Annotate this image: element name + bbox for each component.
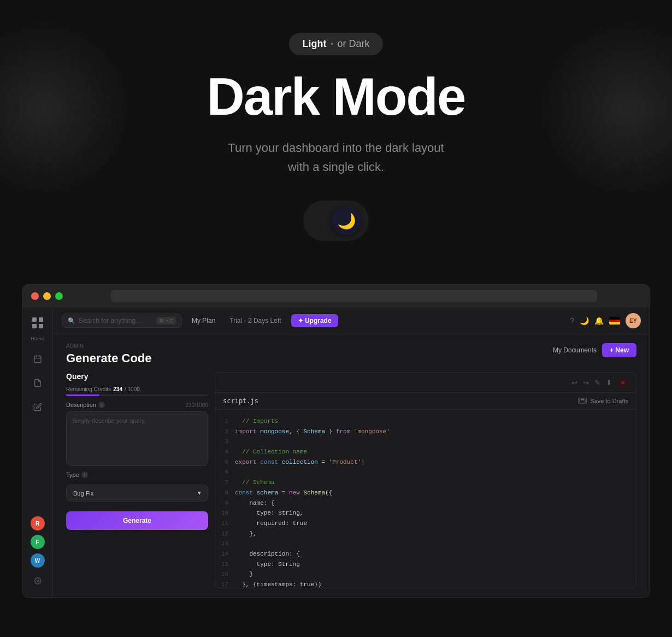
code-line-11: 11 required: true bbox=[215, 518, 636, 529]
code-line-9: 9 name: { bbox=[215, 498, 636, 509]
description-info-icon[interactable]: i bbox=[98, 402, 105, 408]
credits-total: / 1000. bbox=[125, 386, 142, 392]
code-content: 1 // Imports 2 import mongoose, { Schema… bbox=[215, 410, 636, 588]
mode-toggle-pill[interactable]: Light • or Dark bbox=[289, 33, 382, 55]
save-icon bbox=[578, 398, 587, 404]
svg-rect-3 bbox=[39, 324, 43, 328]
code-line-14: 14 description: { bbox=[215, 549, 636, 559]
type-label: Type i bbox=[66, 471, 208, 478]
save-drafts-button[interactable]: Save to Drafts bbox=[578, 398, 628, 404]
breadcrumb: ADMIN bbox=[66, 343, 152, 349]
search-placeholder: Search for anything... bbox=[79, 317, 141, 325]
delete-icon[interactable]: ✕ bbox=[617, 377, 628, 388]
moon-icon: 🌙 bbox=[337, 212, 356, 230]
svg-rect-0 bbox=[32, 317, 37, 322]
description-textarea[interactable]: Simply describe your query. bbox=[66, 411, 208, 466]
code-line-10: 10 type: String, bbox=[215, 508, 636, 518]
code-line-3: 3 bbox=[215, 437, 636, 447]
code-filename: script.js bbox=[223, 397, 258, 405]
save-drafts-label: Save to Drafts bbox=[590, 398, 628, 404]
sidebar-avatar-w[interactable]: W bbox=[31, 553, 45, 568]
bg-circle-left bbox=[0, 22, 131, 197]
code-line-12: 12 }, bbox=[215, 529, 636, 539]
chevron-down-icon: ▾ bbox=[198, 489, 201, 497]
bell-icon[interactable]: 🔔 bbox=[594, 316, 604, 325]
svg-rect-4 bbox=[34, 356, 41, 363]
hero-section: Light • or Dark Dark Mode Turn your dash… bbox=[0, 0, 672, 284]
page-header-right: My Documents + New bbox=[553, 343, 636, 357]
query-panel-title: Query bbox=[66, 372, 208, 381]
upgrade-button[interactable]: ✦ Upgrade bbox=[291, 314, 338, 327]
code-line-1: 1 // Imports bbox=[215, 416, 636, 427]
dashboard-body: Home R F W bbox=[22, 308, 650, 597]
code-line-5: 5 export const collection = 'Product'| bbox=[215, 457, 636, 468]
hero-subtitle: Turn your dashboard into the dark layout… bbox=[228, 138, 444, 176]
sidebar: Home R F W bbox=[22, 308, 53, 597]
window-bar bbox=[22, 285, 650, 308]
search-shortcut: ⌘ + C bbox=[156, 317, 176, 325]
description-label: Description i bbox=[66, 402, 105, 408]
credits-prefix: Remaining Credits bbox=[66, 386, 111, 392]
code-file-bar: script.js Save to Drafts bbox=[215, 393, 636, 410]
credits-section: Remaining Credits 234 / 1000. bbox=[66, 386, 208, 396]
hero-title: Dark Mode bbox=[207, 70, 465, 123]
description-label-row: Description i 230/1000 bbox=[66, 402, 208, 408]
dashboard-preview: Home R F W bbox=[22, 284, 650, 598]
moon-nav-icon[interactable]: 🌙 bbox=[580, 316, 589, 325]
two-panel-layout: Query Remaining Credits 234 / 1000. bbox=[66, 372, 636, 588]
code-line-15: 15 type: String bbox=[215, 559, 636, 570]
credits-bar-fill bbox=[66, 394, 99, 396]
maximize-button[interactable] bbox=[55, 292, 63, 300]
minimize-button[interactable] bbox=[43, 292, 51, 300]
sidebar-settings[interactable] bbox=[28, 571, 48, 591]
page-header: ADMIN Generate Code My Documents + New bbox=[66, 343, 636, 365]
close-button[interactable] bbox=[31, 292, 39, 300]
search-bar[interactable]: 🔍 Search for anything... ⌘ + C bbox=[62, 314, 182, 328]
main-content: 🔍 Search for anything... ⌘ + C My Plan T… bbox=[53, 308, 650, 597]
type-select[interactable]: Bug Fix ▾ bbox=[66, 485, 208, 502]
top-nav: 🔍 Search for anything... ⌘ + C My Plan T… bbox=[53, 308, 650, 334]
my-plan-label: My Plan bbox=[187, 315, 220, 327]
download-icon[interactable]: ⬇ bbox=[606, 379, 612, 387]
help-icon[interactable]: ? bbox=[570, 316, 574, 325]
type-info-icon[interactable]: i bbox=[81, 471, 88, 478]
subtitle-line1: Turn your dashboard into the dark layout bbox=[228, 141, 444, 155]
description-counter: 230/1000 bbox=[185, 402, 208, 408]
dot-separator: • bbox=[331, 40, 333, 48]
new-button[interactable]: + New bbox=[602, 343, 636, 357]
credits-row: Remaining Credits 234 / 1000. bbox=[66, 386, 208, 392]
code-toolbar: ↩ ↪ ✎ ⬇ ✕ bbox=[215, 373, 636, 393]
page-header-left: ADMIN Generate Code bbox=[66, 343, 152, 365]
language-flag[interactable] bbox=[609, 317, 620, 325]
user-avatar[interactable]: EY bbox=[626, 313, 641, 328]
code-line-2: 2 import mongoose, { Schema } from 'mong… bbox=[215, 427, 636, 437]
sidebar-item-edit[interactable] bbox=[28, 397, 48, 417]
my-documents-button[interactable]: My Documents bbox=[553, 346, 597, 354]
sidebar-avatar-r[interactable]: R bbox=[31, 516, 45, 530]
trial-label: Trial - 2 Days Left bbox=[225, 315, 285, 327]
bg-circle-right bbox=[541, 22, 672, 197]
nav-icons: ? 🌙 🔔 EY bbox=[570, 313, 641, 328]
redo-icon[interactable]: ↪ bbox=[583, 379, 589, 387]
dark-mode-toggle[interactable]: 🌙 bbox=[303, 200, 369, 241]
sidebar-item-calendar[interactable] bbox=[28, 349, 48, 369]
svg-rect-2 bbox=[32, 324, 37, 328]
code-line-16: 16 } bbox=[215, 569, 636, 580]
toggle-knob: 🌙 bbox=[332, 206, 361, 235]
undo-icon[interactable]: ↩ bbox=[571, 379, 577, 387]
svg-point-8 bbox=[37, 580, 39, 582]
code-line-6: 6 bbox=[215, 467, 636, 477]
page-content: ADMIN Generate Code My Documents + New Q… bbox=[53, 334, 650, 597]
subtitle-line2: with a single click. bbox=[288, 160, 384, 174]
sidebar-logo bbox=[29, 314, 46, 332]
code-line-8: 8 const schema = new Schema({ bbox=[215, 488, 636, 498]
code-line-17: 17 }, {timestamps: true}) bbox=[215, 580, 636, 588]
generate-button[interactable]: Generate bbox=[66, 511, 208, 530]
edit-icon[interactable]: ✎ bbox=[594, 379, 600, 387]
svg-rect-1 bbox=[39, 317, 43, 322]
svg-rect-10 bbox=[581, 399, 584, 400]
dark-label: or Dark bbox=[338, 38, 370, 50]
sidebar-avatar-f[interactable]: F bbox=[31, 535, 45, 549]
sidebar-item-document[interactable] bbox=[28, 373, 48, 393]
code-line-7: 7 // Schema bbox=[215, 477, 636, 488]
